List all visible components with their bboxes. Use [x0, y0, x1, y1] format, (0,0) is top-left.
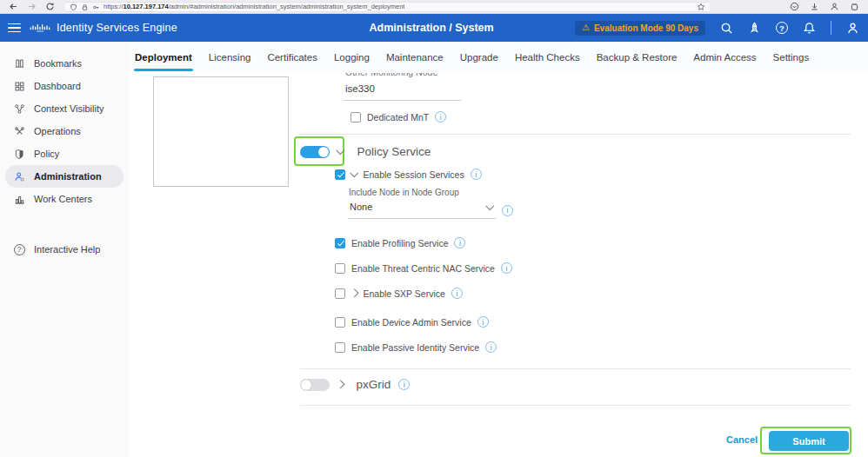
sidebar-item-context-visibility[interactable]: Context Visibility [5, 97, 124, 120]
tab-health-checks[interactable]: Health Checks [514, 42, 581, 73]
key-icon[interactable] [92, 0, 100, 15]
section-divider [300, 134, 851, 135]
sidebar-item-administration[interactable]: Administration [5, 165, 124, 188]
session-services-checkbox[interactable] [335, 169, 345, 180]
info-icon[interactable]: i [454, 237, 465, 248]
device-admin-service-checkbox[interactable] [335, 317, 345, 328]
tab-certificates[interactable]: Certificates [266, 42, 318, 73]
browser-reload-icon[interactable] [45, 2, 55, 11]
downloads-icon[interactable] [810, 0, 819, 15]
account-icon[interactable] [846, 22, 859, 35]
passive-identity-service-label: Enable Passive Identity Service [351, 342, 479, 353]
threat-centric-nac-checkbox[interactable] [335, 263, 345, 274]
info-icon[interactable]: i [477, 316, 489, 328]
sxp-service-label: Enable SXP Service [364, 288, 445, 299]
pxgrid-row: pxGrid i [300, 378, 410, 391]
browser-chrome: https://10.127.197.174/admin/#administra… [0, 0, 868, 14]
policy-service-toggle[interactable] [300, 146, 330, 158]
chevron-right-icon[interactable] [351, 289, 358, 297]
sidebar-item-label: Operations [34, 126, 81, 136]
tab-bar: Deployment Licensing Certificates Loggin… [129, 42, 868, 73]
tab-backup-restore[interactable]: Backup & Restore [596, 42, 678, 73]
sidebar-item-label: Policy [34, 149, 59, 159]
lock-icon[interactable] [81, 0, 89, 15]
dedicated-mnt-label: Dedicated MnT [367, 112, 429, 123]
info-icon[interactable]: i [502, 205, 513, 216]
cancel-button[interactable]: Cancel [726, 434, 758, 445]
profiling-service-row: Enable Profiling Service i [335, 237, 465, 248]
tab-deployment[interactable]: Deployment [134, 42, 193, 73]
header-divider [831, 21, 831, 35]
other-monitoring-node-label: Other Monitoring Node [345, 73, 437, 77]
sidebar-item-label: Work Centers [34, 194, 92, 204]
session-services-label: Enable Session Services [364, 169, 464, 180]
menu-hamburger-icon[interactable] [8, 23, 21, 33]
node-group-value: None [350, 202, 372, 212]
ise-admin-screen: https://10.127.197.174/admin/#administra… [0, 0, 868, 457]
tab-settings[interactable]: Settings [772, 42, 811, 73]
sidebar-item-label: Bookmarks [34, 58, 82, 69]
shield-icon[interactable] [70, 0, 77, 15]
sidebar-item-policy[interactable]: Policy [5, 142, 124, 165]
extensions-icon[interactable] [850, 0, 859, 15]
url-text: https://10.127.197.174/admin/#administra… [103, 3, 404, 10]
chevron-down-icon[interactable] [351, 169, 358, 176]
policy-service-label: Policy Service [357, 145, 431, 158]
passive-identity-service-checkbox[interactable] [335, 342, 345, 353]
dedicated-mnt-row: Dedicated MnT i [351, 111, 446, 123]
browser-forward-icon[interactable] [27, 2, 37, 11]
tab-maintenance[interactable]: Maintenance [385, 42, 444, 73]
sidebar-item-bookmarks[interactable]: Bookmarks [5, 52, 124, 75]
sidebar: Bookmarks Dashboard Context Visibility O… [0, 42, 129, 457]
sidebar-item-work-centers[interactable]: Work Centers [5, 188, 124, 210]
pocket-icon[interactable] [790, 0, 799, 15]
sidebar-item-label: Administration [34, 171, 102, 182]
sidebar-item-dashboard[interactable]: Dashboard [5, 75, 124, 97]
browser-url-bar[interactable]: https://10.127.197.174/admin/#administra… [63, 2, 711, 12]
sxp-service-checkbox[interactable] [335, 288, 345, 299]
device-admin-service-label: Enable Device Admin Service [351, 317, 471, 328]
passive-identity-service-row: Enable Passive Identity Service i [335, 341, 497, 353]
sidebar-item-operations[interactable]: Operations [5, 120, 124, 142]
tab-upgrade[interactable]: Upgrade [459, 42, 499, 73]
info-icon[interactable]: i [485, 341, 497, 353]
help-icon[interactable]: ? [776, 22, 788, 34]
dashboard-icon [13, 81, 25, 92]
info-icon[interactable]: i [398, 379, 410, 390]
pxgrid-toggle[interactable] [300, 379, 330, 391]
threat-centric-nac-label: Enable Threat Centric NAC Service [351, 263, 495, 274]
profiling-service-checkbox[interactable] [335, 238, 345, 248]
footer-divider [300, 405, 851, 406]
sidebar-item-label: Interactive Help [34, 244, 100, 255]
node-group-dropdown[interactable]: None [348, 202, 496, 219]
chevron-right-icon[interactable] [337, 381, 344, 388]
page-title: Administration / System [370, 22, 494, 34]
operations-tools-icon [13, 126, 25, 137]
info-icon[interactable]: i [435, 111, 446, 123]
browser-back-icon[interactable] [9, 2, 18, 11]
tab-licensing[interactable]: Licensing [208, 42, 252, 73]
rocket-icon[interactable] [748, 22, 761, 35]
notifications-bell-icon[interactable] [803, 22, 816, 35]
side-panel-box [153, 76, 289, 187]
evaluation-mode-badge[interactable]: ⚠ Evaluation Mode 90 Days [575, 21, 705, 36]
sxp-service-row: Enable SXP Service i [335, 288, 463, 299]
chevron-down-icon [485, 202, 493, 209]
bookmark-star-icon[interactable] [697, 0, 705, 15]
info-icon[interactable]: i [501, 262, 512, 274]
bookmarks-icon [13, 58, 25, 70]
search-icon[interactable] [720, 22, 733, 35]
profiling-service-label: Enable Profiling Service [351, 238, 448, 248]
submit-button[interactable]: Submit [769, 431, 849, 451]
tab-admin-access[interactable]: Admin Access [692, 42, 757, 73]
browser-account-icon[interactable] [830, 0, 839, 15]
chevron-down-icon[interactable] [337, 146, 344, 154]
cisco-logo-icon: cisco [30, 24, 50, 32]
other-monitoring-node-field[interactable]: ise330 [344, 82, 461, 101]
tab-logging[interactable]: Logging [333, 42, 371, 73]
dedicated-mnt-checkbox[interactable] [351, 112, 361, 123]
sidebar-item-interactive-help[interactable]: ? Interactive Help [5, 238, 124, 261]
info-icon[interactable]: i [451, 288, 463, 299]
info-icon[interactable]: i [471, 169, 482, 180]
policy-icon [13, 149, 25, 160]
